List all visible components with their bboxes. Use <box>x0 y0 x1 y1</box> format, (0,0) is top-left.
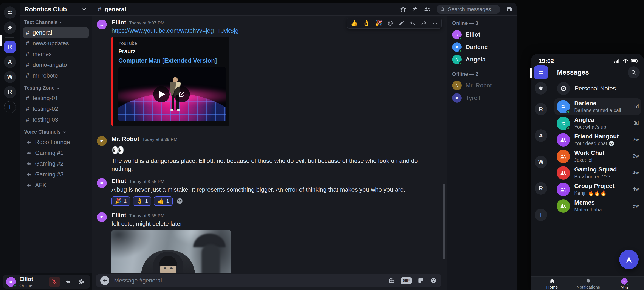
server-a[interactable]: A <box>535 129 547 142</box>
avatar[interactable]: ≈ <box>97 178 107 188</box>
search-input[interactable] <box>448 6 497 12</box>
add-server-button[interactable]: + <box>535 209 547 221</box>
gif-button[interactable]: GIF <box>401 277 412 284</box>
favorites-button[interactable] <box>4 21 16 34</box>
chat-work-chat[interactable]: Work Chat Jake: lol 2w <box>554 148 641 164</box>
reply-button[interactable] <box>409 20 416 26</box>
microphone-muted-button[interactable] <box>49 277 60 287</box>
server-r2[interactable]: R <box>535 182 547 195</box>
server-w[interactable]: W <box>535 156 547 168</box>
voice-afk[interactable]: AFK <box>23 180 89 190</box>
nav-notifications[interactable]: Notifications <box>576 278 600 290</box>
play-button[interactable] <box>153 86 170 103</box>
channel-news-updates[interactable]: # news-updates <box>23 38 89 49</box>
gift-button[interactable] <box>388 277 395 284</box>
channel-testing-02[interactable]: # testing-02 <box>23 104 89 114</box>
channel-name: testing-01 <box>33 95 58 102</box>
channel-memes[interactable]: # memes <box>23 49 89 59</box>
voice-gaming-2[interactable]: Gaming #2 <box>23 158 89 169</box>
app-home-button[interactable]: ≈ <box>4 6 16 19</box>
embed-title[interactable]: Computer Man [Extended Version] <box>118 57 224 64</box>
edit-button[interactable] <box>398 20 404 26</box>
member-tyrell[interactable]: ≈ Tyrell <box>450 92 513 104</box>
chat-memes[interactable]: Memes Mateo: haha 5w <box>554 198 641 214</box>
favorite-channel-button[interactable] <box>400 6 406 12</box>
more-options-button[interactable] <box>432 20 438 26</box>
gift-icon <box>388 277 395 284</box>
chat-time: 1d <box>633 104 639 110</box>
message-author[interactable]: Elliot <box>112 178 126 184</box>
avatar[interactable]: ≈ <box>97 136 107 146</box>
add-reaction-button[interactable] <box>387 20 393 26</box>
home-icon <box>549 278 555 284</box>
chat-scrollbar[interactable] <box>443 184 445 259</box>
server-robotics-club[interactable]: R <box>4 41 16 53</box>
nav-you[interactable]: ≈ You <box>612 278 636 290</box>
channel-testing-03[interactable]: # testing-03 <box>23 115 89 125</box>
avatar[interactable]: ≈ <box>97 19 107 29</box>
members-toggle-icon[interactable] <box>424 6 431 12</box>
member-angela[interactable]: ≈ Angela <box>450 53 513 66</box>
quick-react-party[interactable]: 🎉 <box>375 20 382 26</box>
current-user-status: Online <box>19 283 33 288</box>
attached-image[interactable] <box>112 231 231 273</box>
reaction-party[interactable]: 🎉 1 <box>112 196 130 206</box>
category-testing-zone[interactable]: Testing Zone <box>24 85 88 91</box>
category-text-channels[interactable]: Text Channels <box>24 19 88 25</box>
chat-preview: Kenji: 🔥🔥🔥 <box>574 190 614 196</box>
avatar[interactable]: ≈ <box>97 212 107 222</box>
settings-button[interactable] <box>75 277 87 287</box>
pinned-messages-button[interactable] <box>412 6 418 12</box>
open-external-button[interactable] <box>174 86 190 103</box>
channel-domo-arigato[interactable]: # dōmo-arigatō <box>23 60 89 70</box>
nav-home[interactable]: Home <box>540 278 564 290</box>
server-r2[interactable]: R <box>4 86 16 98</box>
deafen-button[interactable] <box>62 277 74 287</box>
inbox-toggle-icon[interactable] <box>506 6 513 12</box>
chat-anglea[interactable]: ≈ Anglea You: what’s up 3d <box>554 115 641 132</box>
personal-notes-item[interactable]: Personal Notes <box>554 79 641 98</box>
add-server-button[interactable]: + <box>4 101 16 113</box>
voice-robo-lounge[interactable]: Robo Lounge <box>23 137 89 147</box>
member-name: Mr. Robot <box>466 82 492 89</box>
avatar: ≈ <box>452 55 462 64</box>
server-header[interactable]: Robotics Club <box>20 3 92 15</box>
wave-logo-icon: ≈ <box>8 8 12 17</box>
add-reaction-button[interactable] <box>176 197 184 205</box>
server-r[interactable]: R <box>535 103 547 115</box>
chat-darlene[interactable]: ≈ Darlene Darlene started a call 1d <box>554 98 641 115</box>
quick-react-ok-hand[interactable]: 👌 <box>363 20 370 26</box>
voice-gaming-1[interactable]: Gaming #1 <box>23 148 89 158</box>
message-author[interactable]: Elliot <box>112 212 126 219</box>
server-a[interactable]: A <box>4 56 16 68</box>
member-mr-robot[interactable]: ≈ Mr. Robot <box>450 79 513 92</box>
avatar[interactable]: ≈ <box>6 277 16 287</box>
message-input[interactable] <box>114 277 384 284</box>
emoji-button[interactable] <box>430 277 437 284</box>
reaction-ok-hand[interactable]: 👌 1 <box>133 196 152 206</box>
chat-group-project[interactable]: Group Project Kenji: 🔥🔥🔥 4w <box>554 181 641 198</box>
message-author[interactable]: Mr. Robot <box>112 136 139 143</box>
voice-gaming-3[interactable]: Gaming #3 <box>23 169 89 180</box>
quick-react-thumbs-up[interactable]: 👍 <box>351 20 358 26</box>
channel-mr-roboto[interactable]: # mr-roboto <box>23 70 89 81</box>
category-voice-channels[interactable]: Voice Channels <box>24 129 88 135</box>
new-message-fab[interactable] <box>619 250 638 269</box>
chat-friend-hangout[interactable]: Friend Hangout You: dead chat 💀 2w <box>554 132 641 148</box>
reaction-thumbs-up[interactable]: 👍 1 <box>154 196 172 206</box>
embed-channel[interactable]: Prautz <box>118 48 224 55</box>
channel-general[interactable]: # general <box>23 27 89 38</box>
group-icon <box>560 186 567 192</box>
app-home-button[interactable]: ≈ <box>534 65 548 79</box>
server-w[interactable]: W <box>4 71 16 83</box>
forward-button[interactable] <box>420 20 427 26</box>
sticker-button[interactable] <box>418 277 424 284</box>
search-button[interactable] <box>628 66 640 78</box>
channel-testing-01[interactable]: # testing-01 <box>23 93 89 103</box>
member-darlene[interactable]: ≈ Darlene <box>450 41 513 53</box>
message-author[interactable]: Elliot <box>112 19 126 26</box>
favorites-button[interactable] <box>535 82 547 95</box>
chat-gaming-squad[interactable]: Gaming Squad Basshunter: ??? 4w <box>554 164 641 181</box>
member-elliot[interactable]: ≈ Elliot <box>450 28 513 41</box>
attach-button[interactable] <box>100 276 109 285</box>
